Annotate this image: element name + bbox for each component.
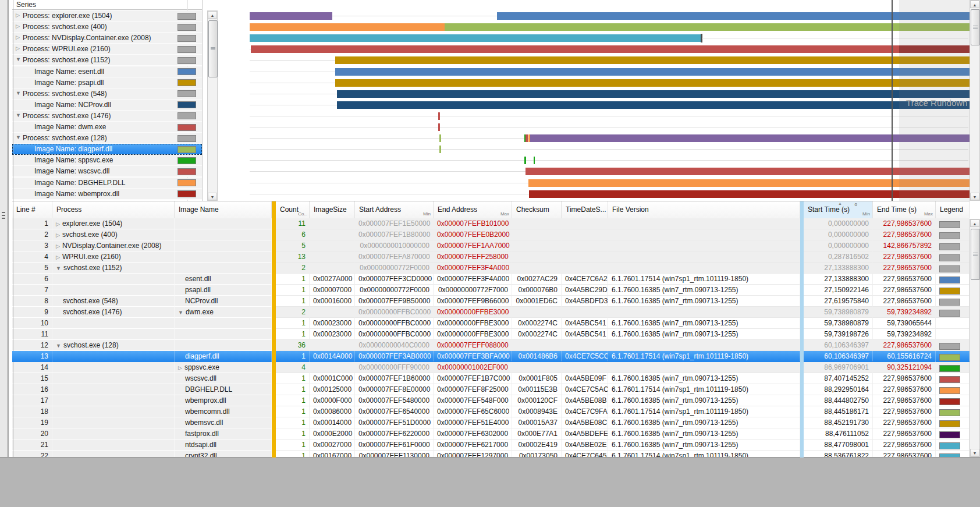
expander-collapsed-icon[interactable]: ▷ xyxy=(16,12,20,18)
series-item[interactable]: ▷Process: WPRUI.exe (2160) xyxy=(12,44,202,55)
column-divider-bar[interactable] xyxy=(800,201,804,458)
expander-expanded-icon[interactable]: ▼ xyxy=(16,134,21,140)
gantt-event-tick-svchost.exe (128)[interactable] xyxy=(439,134,441,142)
table-row[interactable]: 21ntdsapi.dll10x000270000x000007FEF61F00… xyxy=(12,439,970,451)
scroll-up-arrow-icon[interactable]: ▲ xyxy=(208,11,217,19)
gantt-event-tick-dwm.exe[interactable] xyxy=(438,123,440,131)
series-item[interactable]: ▷Process: NVDisplay.Container.exe (2008) xyxy=(12,33,202,44)
column-header-timedate[interactable]: TimeDateS... xyxy=(562,201,608,218)
table-row[interactable]: 20fastprox.dll10x000E20000x000007FEF6220… xyxy=(12,428,970,439)
graph-panel-handle-strip[interactable] xyxy=(0,0,8,466)
table-row[interactable]: 13diagperf.dll10x0014A0000x000007FEF3AB0… xyxy=(12,351,970,362)
table-row[interactable]: 1▷explorer.exe (1504)110x000007FEF1E5000… xyxy=(12,218,970,229)
expander-collapsed-icon[interactable]: ▷ xyxy=(16,23,20,29)
expander-expanded-icon[interactable]: ▼ xyxy=(56,343,61,349)
table-row[interactable]: 19wbemsvc.dll10x000140000x000007FEF51D00… xyxy=(12,417,970,428)
expander-expanded-icon[interactable]: ▼ xyxy=(178,310,183,315)
series-item[interactable]: ▷Process: svchost.exe (400) xyxy=(12,22,202,33)
table-row[interactable]: 15wscsvc.dll10x0001C0000x000007FEF1B6000… xyxy=(12,373,970,384)
table-row[interactable]: 17wbemprox.dll10x0000F0000x000007FEF5480… xyxy=(12,395,970,406)
table-row[interactable]: 9svchost.exe (1476)▼dwm.exe20x00000000FF… xyxy=(12,307,970,318)
column-header-imagesize[interactable]: ImageSize xyxy=(310,201,355,218)
table-row[interactable]: 14▷sppsvc.exe40x00000000FFF900000x000000… xyxy=(12,362,970,373)
gantt-bar-sppsvc.exe[interactable] xyxy=(534,157,535,164)
column-header-checksum[interactable]: Checksum xyxy=(512,201,562,218)
table-scrollbar-thumb[interactable] xyxy=(971,229,980,280)
gantt-bar-explorer.exe (1504)[interactable] xyxy=(250,12,332,20)
series-item[interactable]: ▼Process: svchost.exe (548) xyxy=(12,88,202,100)
gantt-bar-esent.dll[interactable] xyxy=(335,68,970,76)
column-header-endaddr[interactable]: End AddressMax xyxy=(434,201,512,218)
gantt-bar-NVDisplay.Container.exe (2008)[interactable] xyxy=(250,34,701,42)
series-scrollbar[interactable]: ▲ ▼ xyxy=(207,10,218,201)
series-item[interactable]: Image Name: esent.dll xyxy=(12,66,202,77)
series-item[interactable]: Image Name: dwm.exe xyxy=(12,122,202,133)
scroll-up-arrow-icon[interactable]: ▲ xyxy=(970,1,979,8)
expander-collapsed-icon[interactable]: ▷ xyxy=(56,232,60,238)
table-row[interactable]: 7psapi.dll10x000070000x00000000772F00000… xyxy=(12,285,970,296)
column-header-image[interactable]: Image Name xyxy=(175,201,272,218)
expander-collapsed-icon[interactable]: ▷ xyxy=(56,254,60,260)
table-row[interactable]: 6esent.dll10x0027A0000x000007FEF3CD00000… xyxy=(12,274,970,285)
series-item[interactable]: ▷Process: explorer.exe (1504) xyxy=(12,10,202,22)
gantt-event-tick-sppsvc.exe[interactable] xyxy=(524,157,526,164)
chart-cursor-line[interactable] xyxy=(892,0,893,201)
table-row[interactable]: 4▷WPRUI.exe (2160)130x000007FEFA8700000x… xyxy=(12,251,970,263)
series-item[interactable]: Image Name: psapi.dll xyxy=(12,77,202,88)
scroll-down-arrow-icon[interactable]: ▼ xyxy=(970,193,979,200)
column-header-startaddr[interactable]: Start AddressMin xyxy=(355,201,434,218)
table-row[interactable]: 3▷NVDisplay.Container.exe (2008)50x00000… xyxy=(12,240,970,251)
column-header-legend[interactable]: Legend xyxy=(936,201,970,218)
table-row[interactable]: 1010x000230000x00000000FFBC00000x0000000… xyxy=(12,318,970,329)
column-header-process[interactable]: Process xyxy=(52,201,175,218)
scroll-down-arrow-icon[interactable]: ▼ xyxy=(208,193,217,200)
gantt-bar-svchost.exe (400)[interactable] xyxy=(445,23,970,31)
series-item[interactable]: Image Name: NCProv.dll xyxy=(12,100,202,111)
expander-collapsed-icon[interactable]: ▷ xyxy=(16,45,20,51)
series-item[interactable]: ▼Process: svchost.exe (128) xyxy=(12,133,202,144)
column-header-endtime[interactable]: End Time (s)Max xyxy=(873,201,936,218)
series-item[interactable]: Image Name: wscsvc.dll xyxy=(12,166,202,177)
gantt-bar-svchost.exe (1152)[interactable] xyxy=(335,56,970,64)
table-row[interactable]: 5▼svchost.exe (1152)20x00000000772F00000… xyxy=(12,263,970,274)
expander-expanded-icon[interactable]: ▼ xyxy=(16,112,21,118)
table-scrollbar[interactable]: ▲ ▼ xyxy=(970,219,980,457)
gantt-bar-NCProv.dll[interactable] xyxy=(337,101,970,109)
expander-collapsed-icon[interactable]: ▷ xyxy=(178,365,182,371)
series-item[interactable]: Image Name: diagperf.dll xyxy=(12,144,202,155)
expander-expanded-icon[interactable]: ▼ xyxy=(16,90,21,96)
gantt-bar-svchost.exe (548)[interactable] xyxy=(337,90,970,98)
cell-checksum: 0x00115E3B xyxy=(512,384,562,395)
expander-collapsed-icon[interactable]: ▷ xyxy=(56,243,60,249)
series-item[interactable]: ▼Process: svchost.exe (1152) xyxy=(12,55,202,66)
gantt-bar-WPRUI.exe (2160)[interactable] xyxy=(251,45,900,53)
series-item[interactable]: Image Name: DBGHELP.DLL xyxy=(12,178,202,189)
scroll-up-arrow-icon[interactable]: ▲ xyxy=(970,219,979,227)
gantt-event-tick-diagperf.dll[interactable] xyxy=(439,146,441,153)
column-header-starttime[interactable]: Start Time (s)▲0Min xyxy=(804,201,873,218)
table-row[interactable]: 18wbemcomn.dll10x000860000x000007FEF6540… xyxy=(12,406,970,417)
column-header-fileversion[interactable]: File Version xyxy=(608,201,800,218)
table-row[interactable]: 1110x000230000x00000000FFBC00000x0000000… xyxy=(12,329,970,340)
table-row[interactable]: 8svchost.exe (548)NCProv.dll10x000160000… xyxy=(12,296,970,307)
column-divider-bar[interactable] xyxy=(272,201,276,458)
column-header-count[interactable]: CountCo.. xyxy=(276,201,310,218)
gantt-bar-psapi.dll[interactable] xyxy=(335,79,970,87)
expander-collapsed-icon[interactable]: ▷ xyxy=(56,221,60,227)
column-header-line[interactable]: Line # xyxy=(12,201,52,218)
expander-expanded-icon[interactable]: ▼ xyxy=(16,56,21,62)
table-row[interactable]: 12▼svchost.exe (128)360x00000000040C0000… xyxy=(12,340,970,351)
expander-expanded-icon[interactable]: ▼ xyxy=(56,265,61,271)
gantt-bar-svchost.exe (400)[interactable] xyxy=(250,23,445,31)
scroll-down-arrow-icon[interactable]: ▼ xyxy=(970,449,979,456)
chart-scrollbar[interactable]: ▲ ▼ xyxy=(970,0,980,201)
series-item[interactable]: ▼Process: svchost.exe (1476) xyxy=(12,111,202,122)
gantt-event-tick-svchost.exe (1476)[interactable] xyxy=(438,112,440,120)
expander-collapsed-icon[interactable]: ▷ xyxy=(16,34,20,40)
table-row[interactable]: 2▷svchost.exe (400)60x000007FEF1B800000x… xyxy=(12,229,970,240)
chart-scrollbar-thumb[interactable] xyxy=(971,9,980,45)
series-item[interactable]: Image Name: wbemprox.dll xyxy=(12,189,202,200)
series-item[interactable]: Image Name: sppsvc.exe xyxy=(12,155,202,166)
table-row[interactable]: 16DBGHELP.DLL10x001250000x000007FEF8E000… xyxy=(12,384,970,395)
series-scrollbar-thumb[interactable] xyxy=(208,20,218,77)
